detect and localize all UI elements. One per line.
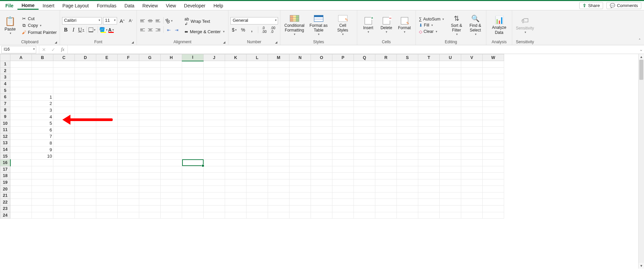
cell-J15[interactable] <box>204 153 225 160</box>
cell-J24[interactable] <box>204 212 225 219</box>
cell-R2[interactable] <box>375 67 397 74</box>
cell-N14[interactable] <box>289 146 311 153</box>
cell-R16[interactable] <box>375 159 397 166</box>
cell-E6[interactable] <box>96 94 118 100</box>
column-header-S[interactable]: S <box>397 54 418 61</box>
cell-S18[interactable] <box>397 173 418 179</box>
cell-L18[interactable] <box>247 173 268 179</box>
cell-G20[interactable] <box>139 186 161 192</box>
cell-I24[interactable] <box>182 212 204 219</box>
cell-A9[interactable] <box>10 113 32 120</box>
cell-H10[interactable] <box>161 120 182 127</box>
borders-button[interactable]: ▾ <box>89 26 96 34</box>
cell-H18[interactable] <box>161 173 182 179</box>
cell-I17[interactable] <box>182 166 204 173</box>
cell-A14[interactable] <box>10 146 32 153</box>
fill-color-button[interactable]: 🪣▾ <box>100 26 107 34</box>
cell-P17[interactable] <box>332 166 354 173</box>
cell-C23[interactable] <box>53 206 75 212</box>
cell-L3[interactable] <box>247 74 268 81</box>
cell-C7[interactable] <box>53 100 75 107</box>
cell-U23[interactable] <box>440 206 461 212</box>
cell-F15[interactable] <box>118 153 139 160</box>
cell-W14[interactable] <box>483 146 504 153</box>
cell-A22[interactable] <box>10 199 32 206</box>
cell-H24[interactable] <box>161 212 182 219</box>
cell-L19[interactable] <box>247 179 268 186</box>
cell-N10[interactable] <box>289 120 311 127</box>
cell-F13[interactable] <box>118 140 139 147</box>
cell-T21[interactable] <box>418 192 440 199</box>
cell-H14[interactable] <box>161 146 182 153</box>
cell-G18[interactable] <box>139 173 161 179</box>
tab-help[interactable]: Help <box>209 2 227 10</box>
cell-A4[interactable] <box>10 80 32 87</box>
cell-G1[interactable] <box>139 61 161 68</box>
cell-V20[interactable] <box>461 186 483 192</box>
cell-Q23[interactable] <box>354 206 375 212</box>
cell-I16[interactable] <box>182 159 204 166</box>
cell-N12[interactable] <box>289 133 311 140</box>
cell-B20[interactable] <box>32 186 53 192</box>
cell-Q5[interactable] <box>354 87 375 94</box>
cell-Q24[interactable] <box>354 212 375 219</box>
cell-D4[interactable] <box>75 80 96 87</box>
cell-W21[interactable] <box>483 192 504 199</box>
underline-button[interactable]: U▾ <box>77 26 85 34</box>
column-header-Q[interactable]: Q <box>354 54 375 61</box>
cell-A17[interactable] <box>10 166 32 173</box>
cell-G15[interactable] <box>139 153 161 160</box>
cell-V10[interactable] <box>461 120 483 127</box>
cell-C10[interactable] <box>53 120 75 127</box>
cell-B11[interactable]: 6 <box>32 126 53 133</box>
cell-O6[interactable] <box>311 94 332 100</box>
cell-T5[interactable] <box>418 87 440 94</box>
vertical-scrollbar[interactable]: ▲ ▼ <box>638 54 644 269</box>
cell-W2[interactable] <box>483 67 504 74</box>
cell-P18[interactable] <box>332 173 354 179</box>
row-header-17[interactable]: 17 <box>0 166 10 173</box>
cell-C17[interactable] <box>53 166 75 173</box>
merge-center-button[interactable]: ⬌Merge & Center▾ <box>183 29 226 35</box>
cell-D19[interactable] <box>75 179 96 186</box>
cell-O8[interactable] <box>311 107 332 114</box>
cell-D12[interactable] <box>75 133 96 140</box>
cell-O5[interactable] <box>311 87 332 94</box>
comma-button[interactable]: , <box>248 26 256 34</box>
cell-R19[interactable] <box>375 179 397 186</box>
cell-S1[interactable] <box>397 61 418 68</box>
cell-O21[interactable] <box>311 192 332 199</box>
cell-J23[interactable] <box>204 206 225 212</box>
cell-U21[interactable] <box>440 192 461 199</box>
cell-G9[interactable] <box>139 113 161 120</box>
cell-J14[interactable] <box>204 146 225 153</box>
cell-W7[interactable] <box>483 100 504 107</box>
cell-B5[interactable] <box>32 87 53 94</box>
cell-I8[interactable] <box>182 107 204 114</box>
cell-F8[interactable] <box>118 107 139 114</box>
decrease-decimal-button[interactable]: .00.0 <box>269 26 277 34</box>
cell-L17[interactable] <box>247 166 268 173</box>
cell-W10[interactable] <box>483 120 504 127</box>
cell-B13[interactable]: 8 <box>32 140 53 147</box>
increase-decimal-button[interactable]: .0.00 <box>260 26 268 34</box>
cell-N7[interactable] <box>289 100 311 107</box>
cell-V2[interactable] <box>461 67 483 74</box>
cell-P15[interactable] <box>332 153 354 160</box>
cell-C18[interactable] <box>53 173 75 179</box>
cell-M21[interactable] <box>268 192 289 199</box>
cell-L6[interactable] <box>247 94 268 100</box>
cell-L24[interactable] <box>247 212 268 219</box>
cell-R9[interactable] <box>375 113 397 120</box>
cell-R20[interactable] <box>375 186 397 192</box>
cell-E23[interactable] <box>96 206 118 212</box>
cell-Q12[interactable] <box>354 133 375 140</box>
autosum-button[interactable]: ∑AutoSum▾ <box>418 16 445 22</box>
cell-K12[interactable] <box>225 133 247 140</box>
cell-R18[interactable] <box>375 173 397 179</box>
cell-W12[interactable] <box>483 133 504 140</box>
tab-page-layout[interactable]: Page Layout <box>58 2 93 10</box>
cell-I23[interactable] <box>182 206 204 212</box>
cell-B14[interactable]: 9 <box>32 146 53 153</box>
cell-O11[interactable] <box>311 126 332 133</box>
